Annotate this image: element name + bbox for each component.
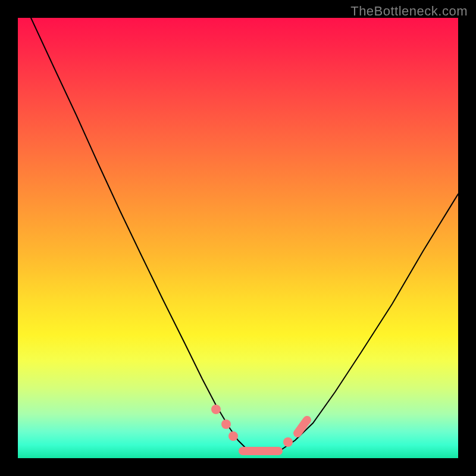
highlight-segment-right — [298, 420, 307, 433]
chart-frame: TheBottleneck.com — [0, 0, 476, 476]
highlight-dot — [221, 419, 231, 429]
highlight-dot — [283, 437, 293, 447]
highlight-dot — [211, 405, 221, 414]
bottleneck-curve — [31, 18, 458, 454]
highlight-dot — [228, 431, 238, 441]
plot-area — [18, 18, 458, 458]
curve-layer — [18, 18, 458, 458]
watermark-text: TheBottleneck.com — [350, 4, 468, 19]
